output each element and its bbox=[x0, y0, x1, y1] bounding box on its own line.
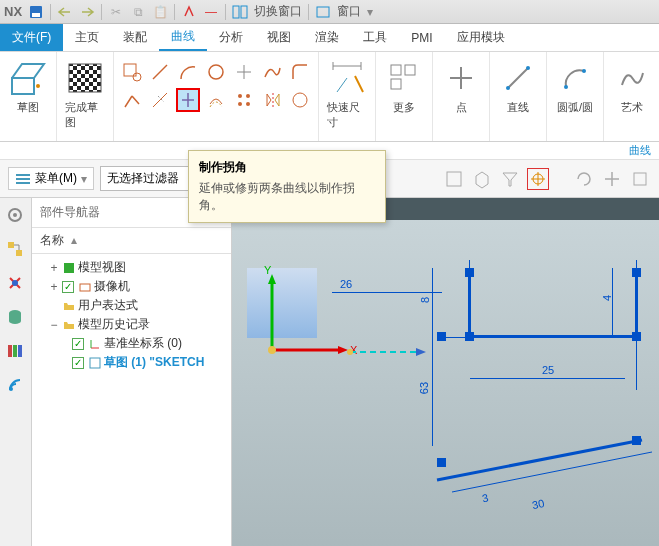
save-icon[interactable] bbox=[28, 4, 44, 20]
svg-rect-45 bbox=[8, 242, 14, 248]
sketch-feat-icon bbox=[88, 356, 102, 370]
tree-model-view[interactable]: +模型视图 bbox=[36, 258, 227, 277]
filter-target-icon[interactable] bbox=[527, 168, 549, 190]
touch-icon[interactable] bbox=[181, 4, 197, 20]
more-icon bbox=[384, 58, 424, 98]
svg-rect-56 bbox=[80, 284, 90, 291]
svg-marker-64 bbox=[338, 346, 348, 354]
line-icon[interactable] bbox=[148, 60, 172, 84]
spline-icon[interactable] bbox=[260, 60, 284, 84]
menu-file[interactable]: 文件(F) bbox=[0, 24, 63, 51]
menu-home[interactable]: 主页 bbox=[63, 24, 111, 51]
finish-sketch-button[interactable]: 完成草图 bbox=[63, 56, 107, 132]
broadcast-icon[interactable] bbox=[6, 376, 26, 396]
pattern-icon[interactable] bbox=[232, 88, 256, 112]
menu-view[interactable]: 视图 bbox=[255, 24, 303, 51]
art-button[interactable]: 艺术 bbox=[610, 56, 654, 117]
dim-line bbox=[432, 268, 433, 338]
svg-rect-42 bbox=[634, 173, 646, 185]
menu-assembly[interactable]: 装配 bbox=[111, 24, 159, 51]
svg-rect-25 bbox=[391, 65, 401, 75]
hamburger-icon bbox=[15, 173, 31, 185]
svg-point-11 bbox=[133, 73, 141, 81]
paste-icon[interactable]: 📋 bbox=[152, 4, 168, 20]
cut-icon[interactable]: ✂ bbox=[108, 4, 124, 20]
materials-icon[interactable] bbox=[6, 342, 26, 362]
box-icon[interactable] bbox=[629, 168, 651, 190]
x-axis-aux-icon bbox=[350, 342, 440, 362]
circle-icon[interactable] bbox=[204, 60, 228, 84]
mirror-icon[interactable] bbox=[260, 88, 284, 112]
arc-icon[interactable] bbox=[176, 60, 200, 84]
pan-icon[interactable] bbox=[601, 168, 623, 190]
window-icon[interactable] bbox=[315, 4, 331, 20]
window-menu[interactable]: 窗口 bbox=[337, 3, 361, 20]
sketch-line[interactable] bbox=[468, 335, 636, 338]
nav-col-name: 名称 bbox=[40, 233, 64, 247]
selection-filter[interactable]: 无选择过滤器 bbox=[100, 166, 190, 191]
assembly-tree-icon[interactable] bbox=[6, 240, 26, 260]
menu-bar: 文件(F) 主页 装配 曲线 分析 视图 渲染 工具 PMI 应用模块 bbox=[0, 24, 659, 52]
svg-point-20 bbox=[238, 94, 242, 98]
sort-icon[interactable]: ▴ bbox=[71, 233, 77, 247]
menu-render[interactable]: 渲染 bbox=[303, 24, 351, 51]
filter-wire-icon[interactable] bbox=[471, 168, 493, 190]
more-label: 更多 bbox=[393, 100, 415, 115]
svg-point-54 bbox=[9, 387, 13, 391]
sketch-angled[interactable] bbox=[432, 430, 659, 500]
undo-icon[interactable] bbox=[57, 4, 73, 20]
line-button[interactable]: 直线 bbox=[496, 56, 540, 117]
menu-m-button[interactable]: 菜单(M) ▾ bbox=[8, 167, 94, 190]
point-button[interactable]: 点 bbox=[439, 56, 483, 117]
cross-icon bbox=[441, 58, 481, 98]
svg-rect-27 bbox=[391, 79, 401, 89]
folder-open-icon bbox=[62, 318, 76, 332]
redline-icon[interactable]: — bbox=[203, 4, 219, 20]
filter-cube-icon[interactable] bbox=[443, 168, 465, 190]
window-menu-chevron-icon[interactable]: ▾ bbox=[367, 5, 373, 19]
tree-datum[interactable]: ✓基准坐标系 (0) bbox=[36, 334, 227, 353]
svg-rect-51 bbox=[8, 345, 12, 357]
intersect-icon[interactable] bbox=[288, 88, 312, 112]
redo-icon[interactable] bbox=[79, 4, 95, 20]
dim-line bbox=[470, 378, 625, 379]
dim-25: 25 bbox=[542, 364, 554, 376]
svg-rect-2 bbox=[233, 6, 239, 18]
menu-analyze[interactable]: 分析 bbox=[207, 24, 255, 51]
constraint-icon[interactable] bbox=[6, 274, 26, 294]
make-corner-icon[interactable] bbox=[176, 88, 200, 112]
svg-rect-5 bbox=[12, 78, 34, 94]
sketch-button[interactable]: 草图 bbox=[6, 56, 50, 117]
menu-curve[interactable]: 曲线 bbox=[159, 24, 207, 51]
angled-line-icon[interactable] bbox=[120, 88, 144, 112]
point-icon[interactable] bbox=[232, 60, 256, 84]
profile-icon[interactable] bbox=[120, 60, 144, 84]
tree-sketch[interactable]: ✓草图 (1) "SKETCH bbox=[36, 353, 227, 372]
svg-rect-7 bbox=[69, 64, 101, 92]
tooltip-title: 制作拐角 bbox=[199, 159, 375, 176]
offset-icon[interactable] bbox=[204, 88, 228, 112]
tree-history[interactable]: −模型历史记录 bbox=[36, 315, 227, 334]
arc-button[interactable]: 圆弧/圆 bbox=[553, 56, 597, 117]
fillet-icon[interactable] bbox=[288, 60, 312, 84]
dim-26: 26 bbox=[340, 278, 352, 290]
settings-gear-icon[interactable] bbox=[6, 206, 26, 226]
database-icon[interactable] bbox=[6, 308, 26, 328]
tree-user-expr[interactable]: 用户表达式 bbox=[36, 296, 227, 315]
more-button[interactable]: 更多 bbox=[382, 56, 426, 117]
menu-pmi[interactable]: PMI bbox=[399, 24, 444, 51]
rotate-icon[interactable] bbox=[573, 168, 595, 190]
menu-appmod[interactable]: 应用模块 bbox=[445, 24, 517, 51]
menu-tool[interactable]: 工具 bbox=[351, 24, 399, 51]
dim-line bbox=[332, 292, 442, 293]
copy-icon[interactable]: ⧉ bbox=[130, 4, 146, 20]
window-split-icon[interactable] bbox=[232, 4, 248, 20]
triad-icon: X Y bbox=[242, 260, 372, 390]
filter-funnel-icon[interactable] bbox=[499, 168, 521, 190]
quick-dim-button[interactable]: 快速尺寸 bbox=[325, 56, 369, 132]
svg-marker-69 bbox=[416, 348, 426, 356]
canvas[interactable]: X Y 26 8 4 63 25 bbox=[232, 220, 659, 546]
tree-camera[interactable]: +✓摄像机 bbox=[36, 277, 227, 296]
trim-icon[interactable] bbox=[148, 88, 172, 112]
switch-window-button[interactable]: 切换窗口 bbox=[254, 3, 302, 20]
